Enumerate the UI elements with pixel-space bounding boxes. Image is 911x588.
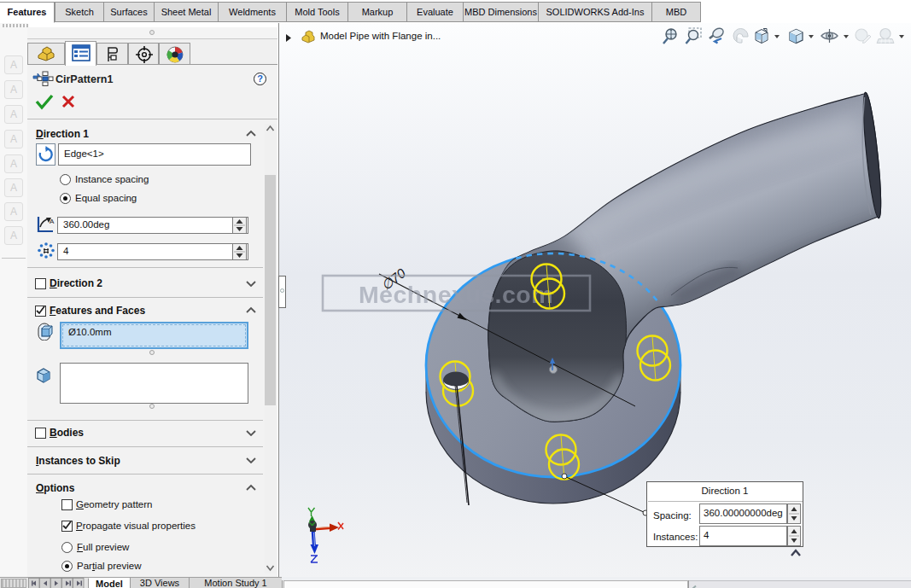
svg-text:Mechnexus.com: Mechnexus.com xyxy=(359,281,553,308)
svg-text:A: A xyxy=(50,218,55,225)
